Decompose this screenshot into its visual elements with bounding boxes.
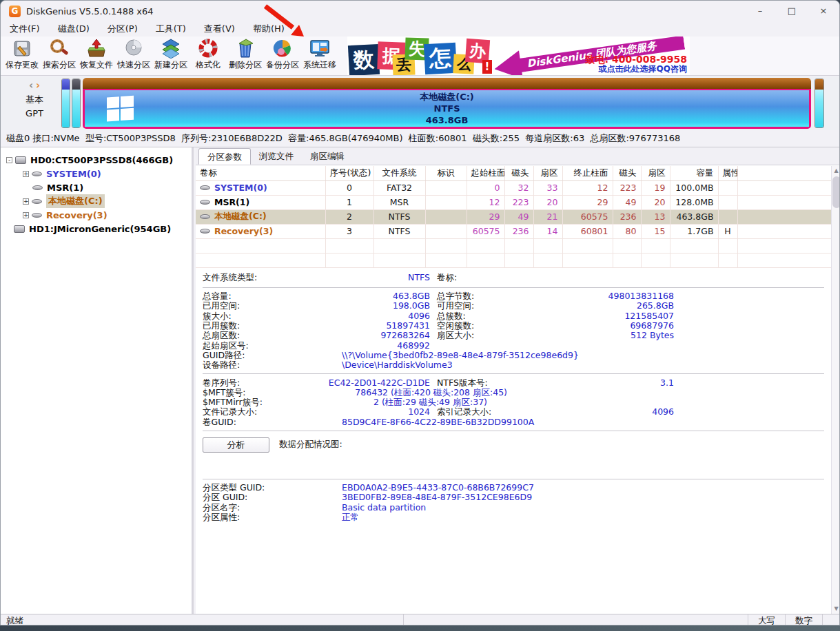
backup-partition-icon: [272, 38, 293, 59]
tab-bar: 分区参数 浏览文件 扇区编辑: [196, 147, 840, 165]
disk-overview: ‹ › 基本 GPT 本地磁盘(C:) NTFS 463.8GB: [1, 76, 839, 130]
diskgenius-window: G DiskGenius V5.5.0.1488 x64 – □ × 文件(F)…: [0, 0, 840, 625]
divider: [203, 479, 824, 479]
new-partition-button[interactable]: 新建分区: [152, 38, 189, 74]
scrollbar-thumb[interactable]: [832, 176, 840, 208]
num-lock-indicator: 数字: [786, 614, 823, 625]
selected-partition-fs: NTFS: [420, 103, 474, 114]
search-icon: [49, 38, 70, 59]
expand-icon[interactable]: +: [23, 171, 29, 177]
vertical-scrollbar[interactable]: ▲ ▼: [831, 166, 840, 614]
tab-browse-files[interactable]: 浏览文件: [251, 148, 302, 165]
menu-view[interactable]: 查看(V): [195, 21, 244, 37]
detail-label: 文件系统类型:: [203, 273, 306, 282]
scroll-up-icon[interactable]: ▲: [832, 166, 840, 176]
tab-partition-params[interactable]: 分区参数: [198, 148, 251, 165]
tree-item-recovery[interactable]: + Recovery(3): [1, 208, 192, 222]
partition-icon: [32, 213, 42, 218]
save-icon: [12, 38, 32, 59]
quick-partition-button[interactable]: 快速分区: [115, 38, 152, 74]
status-bar: 就绪 大写 数字: [1, 614, 839, 625]
tree-item-msr[interactable]: MSR(1): [1, 180, 192, 194]
table-header-row: 卷标序号(状态) 文件系统标识 起始柱面磁头 扇区终止柱面 磁头扇区 容量属性: [196, 166, 831, 180]
table-empty-row: [196, 253, 831, 267]
partition-icon: [200, 200, 210, 205]
detail-value: NTFS: [306, 273, 430, 282]
app-logo-icon: G: [9, 6, 21, 17]
partition-bar-system[interactable]: [61, 79, 70, 128]
disk-icon: [15, 156, 26, 164]
table-row-selected[interactable]: 本地磁盘(C:) 2NTFS 294921 6057523613 463.8GB: [196, 209, 831, 224]
tree-item-hd0[interactable]: - HD0:CT500P3PSSD8(466GB): [1, 153, 192, 167]
partition-icon: [200, 229, 210, 234]
new-partition-icon: [161, 38, 181, 59]
partition-icon: [32, 185, 43, 190]
search-partition-button[interactable]: 搜索分区: [41, 38, 78, 74]
system-migrate-button[interactable]: 系统迁移: [301, 38, 338, 74]
scroll-down-icon[interactable]: ▼: [832, 604, 840, 614]
disk-nav: ‹ › 基本 GPT: [13, 79, 56, 118]
window-controls: – □ ×: [744, 1, 839, 21]
disk-scheme-label: GPT: [13, 108, 56, 118]
divider: [203, 373, 824, 374]
table-row[interactable]: SYSTEM(0) 0FAT32 03233 1222319 100.0MB: [196, 180, 831, 195]
alloc-map-label: 数据分配情况图:: [279, 439, 342, 451]
table-empty-row: [196, 238, 831, 253]
caps-lock-indicator: 大写: [748, 614, 786, 625]
minimize-icon[interactable]: –: [744, 1, 776, 21]
save-changes-button[interactable]: 保存更改: [3, 38, 41, 74]
menu-partition[interactable]: 分区(P): [99, 21, 147, 37]
format-icon: [198, 38, 218, 59]
tree-item-system[interactable]: + SYSTEM(0): [1, 167, 192, 180]
windows-logo-icon: [107, 96, 134, 123]
contact-block[interactable]: 致电: 400-008-9958 或点击此处选择QQ咨询: [585, 54, 687, 74]
menu-file[interactable]: 文件(F): [1, 21, 49, 37]
banner-tile: !: [482, 60, 492, 74]
recover-file-button[interactable]: 恢复文件: [78, 38, 115, 74]
close-icon[interactable]: ×: [808, 1, 839, 21]
menu-bar: 文件(F) 磁盘(D) 分区(P) 工具(T) 查看(V) 帮助(H): [1, 21, 839, 37]
system-migrate-icon: [309, 38, 330, 59]
analyze-button[interactable]: 分析: [203, 437, 269, 453]
table-row[interactable]: MSR(1) 1MSR 1222320 294920 128.0MB: [196, 195, 831, 209]
divider: [203, 431, 824, 431]
prev-disk-icon[interactable]: ‹: [29, 79, 33, 92]
backup-partition-button[interactable]: 备份分区: [264, 38, 301, 74]
partition-icon: [32, 172, 42, 176]
banner-tile: 怎: [424, 43, 457, 74]
partition-details: 文件系统类型: NTFS 卷标: 总容量:463.8GB 总字节数:498013…: [196, 266, 831, 522]
menu-disk[interactable]: 磁盘(D): [49, 21, 99, 37]
partition-icon: [200, 185, 210, 190]
expand-icon[interactable]: +: [23, 198, 29, 205]
disk-info-line: 磁盘0 接口:NVMe 型号:CT500P3PSSD8 序列号:2310E6B8…: [1, 130, 839, 147]
expand-icon[interactable]: +: [23, 212, 29, 218]
ad-banner[interactable]: 数 据 丢 失 怎 么 办 ! DiskGenius 团队为您服务 致电: 40…: [347, 37, 690, 75]
banner-tile: 数: [348, 44, 380, 75]
partition-bar-msr[interactable]: [72, 79, 81, 128]
menu-tools[interactable]: 工具(T): [147, 21, 195, 37]
format-button[interactable]: 格式化: [189, 38, 227, 74]
partition-bar-c-selected[interactable]: 本地磁盘(C:) NTFS 463.8GB: [83, 78, 811, 129]
menu-help[interactable]: 帮助(H): [244, 21, 294, 37]
maximize-icon[interactable]: □: [776, 1, 808, 21]
title-bar: G DiskGenius V5.5.0.1488 x64 – □ ×: [1, 1, 839, 21]
partition-bar-recovery[interactable]: [815, 79, 824, 128]
toolbar: 保存更改 搜索分区 恢复文件: [1, 37, 839, 76]
delete-partition-button[interactable]: 删除分区: [227, 38, 264, 74]
status-section: [404, 614, 748, 625]
phone-number[interactable]: 致电: 400-008-9958: [585, 54, 687, 64]
status-text: 就绪: [1, 614, 404, 625]
tree-item-local-c[interactable]: + 本地磁盘(C:): [1, 194, 192, 208]
recover-file-icon: [86, 38, 107, 59]
detail-label: 卷标:: [437, 273, 520, 282]
disk-mode-label: 基本: [13, 94, 56, 106]
partition-table: 卷标序号(状态) 文件系统标识 起始柱面磁头 扇区终止柱面 磁头扇区 容量属性 …: [196, 166, 831, 268]
tab-sector-edit[interactable]: 扇区编辑: [302, 148, 353, 165]
partition-icon: [32, 199, 42, 204]
next-disk-icon[interactable]: ›: [36, 79, 40, 92]
collapse-icon[interactable]: -: [6, 157, 12, 163]
tree-item-hd1[interactable]: HD1:JMicronGeneric(954GB): [1, 222, 192, 236]
table-row[interactable]: Recovery(3) 3NTFS 6057523614 608018015 1…: [196, 224, 831, 238]
disk-tree-panel: - HD0:CT500P3PSSD8(466GB) + SYSTEM(0) MS…: [1, 147, 194, 614]
qq-link[interactable]: 或点击此处选择QQ咨询: [585, 64, 687, 74]
